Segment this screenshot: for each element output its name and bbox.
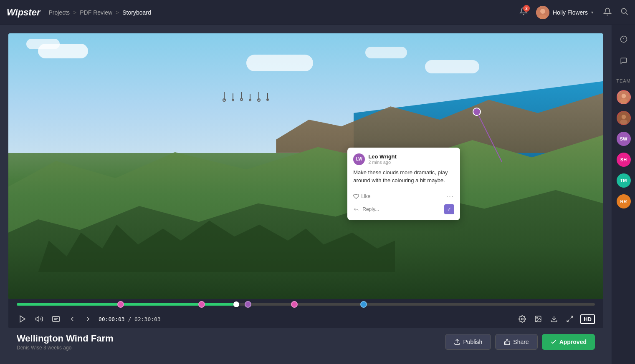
team-avatar-sh[interactable]: SH (617, 153, 631, 167)
time-separator: / (125, 316, 134, 322)
time-display: 00:00:03 / 02:30:03 (99, 316, 161, 322)
like-label: Like (361, 193, 370, 199)
image-button[interactable] (533, 314, 544, 324)
video-frame: LW Leo Wright 2 mins ago Make these clou… (8, 33, 603, 299)
svg-point-23 (620, 99, 627, 104)
comment-header: LW Leo Wright 2 mins ago (353, 153, 454, 165)
progress-thumb[interactable] (233, 301, 239, 307)
reply-row: ✓ (353, 204, 454, 214)
progress-track[interactable] (17, 303, 595, 306)
timeline-area (8, 299, 603, 310)
prev-button[interactable] (67, 314, 78, 324)
comment-author: Leo Wright (368, 153, 397, 160)
settings-button[interactable] (517, 314, 528, 324)
comment-avatar: LW (353, 153, 365, 165)
breadcrumb-pdf-review[interactable]: PDF Review (80, 9, 112, 16)
svg-line-15 (571, 316, 573, 318)
subtitles-button[interactable] (50, 313, 62, 325)
timeline-dot-3[interactable] (245, 301, 251, 308)
timeline-dot-2[interactable] (198, 301, 205, 308)
header-right: 2 Holly Flowers ▾ (519, 6, 628, 19)
download-button[interactable] (549, 314, 559, 324)
breadcrumb: Projects > PDF Review > Storyboard (48, 9, 151, 16)
team-avatar-sw[interactable]: SW (617, 132, 631, 146)
hd-badge: HD (580, 314, 595, 324)
logo: Wipster (7, 7, 40, 18)
bottom-actions: Publish Share Approved (445, 334, 595, 350)
chat-icon (620, 57, 627, 65)
pin-dot[interactable] (473, 108, 481, 116)
search-button[interactable] (620, 7, 628, 18)
reply-icon (353, 206, 359, 212)
team-avatar-tm[interactable]: TM (617, 173, 631, 188)
sidebar-right: TEAM SW SH TM RR (612, 25, 635, 364)
svg-rect-8 (53, 316, 60, 321)
notification-button[interactable]: 2 (519, 7, 528, 18)
playback-controls: 00:00:03 / 02:30:03 (8, 310, 603, 328)
time-total: 02:30:03 (134, 316, 161, 322)
timeline-dot-4[interactable] (291, 301, 298, 308)
svg-point-13 (536, 317, 537, 318)
upload-icon (454, 339, 460, 345)
team-avatar-rr[interactable]: RR (617, 194, 631, 208)
svg-point-25 (621, 115, 626, 119)
header: Wipster Projects > PDF Review > Storyboa… (0, 0, 635, 25)
comments-button[interactable] (616, 53, 631, 68)
video-player[interactable]: LW Leo Wright 2 mins ago Make these clou… (8, 33, 603, 299)
publish-label: Publish (463, 339, 482, 345)
breadcrumb-projects[interactable]: Projects (48, 9, 70, 16)
avatar (536, 6, 549, 19)
bottom-bar: Wellington Wind Farm Denis Wise 3 weeks … (8, 328, 603, 356)
timeline-dot-1[interactable] (117, 301, 124, 308)
comment-pin[interactable] (473, 108, 481, 116)
breadcrumb-sep2: > (116, 9, 119, 16)
svg-point-22 (621, 94, 626, 98)
svg-marker-7 (36, 316, 39, 321)
video-title: Wellington Wind Farm (17, 333, 114, 344)
volume-button[interactable] (33, 313, 45, 325)
check-icon (550, 339, 557, 345)
comment-popup: LW Leo Wright 2 mins ago Make these clou… (347, 148, 460, 220)
approved-label: Approved (559, 339, 587, 345)
like-button[interactable]: Like (353, 193, 370, 199)
svg-point-3 (621, 8, 626, 13)
user-name: Holly Flowers (553, 9, 588, 16)
comment-body: Make these clouds more dramatic, play ar… (353, 168, 454, 185)
svg-line-4 (626, 13, 628, 15)
content: LW Leo Wright 2 mins ago Make these clou… (0, 25, 612, 364)
comment-author-info: Leo Wright 2 mins ago (368, 153, 397, 165)
info-icon (620, 35, 627, 43)
breadcrumb-storyboard: Storyboard (122, 9, 151, 16)
comment-actions: Like ··· (353, 189, 454, 200)
fullscreen-button[interactable] (564, 314, 575, 324)
time-current: 00:00:03 (99, 316, 125, 322)
publish-button[interactable]: Publish (445, 334, 491, 350)
more-options-button[interactable]: ··· (446, 193, 454, 200)
team-avatar-2[interactable] (617, 111, 631, 125)
notification-badge: 2 (523, 5, 530, 12)
share-label: Share (513, 339, 529, 345)
alert-bell-button[interactable] (603, 8, 612, 17)
user-menu-button[interactable]: Holly Flowers ▾ (536, 6, 593, 19)
breadcrumb-sep1: > (73, 9, 76, 16)
chevron-down-icon: ▾ (591, 10, 593, 15)
play-button[interactable] (17, 313, 28, 325)
next-button[interactable] (83, 314, 94, 324)
timeline-dot-5[interactable] (360, 301, 367, 308)
comment-time: 2 mins ago (368, 160, 397, 165)
svg-point-26 (620, 120, 627, 125)
team-avatar-holly[interactable] (617, 90, 631, 104)
info-button[interactable] (616, 32, 631, 47)
approved-button[interactable]: Approved (542, 334, 595, 350)
svg-line-16 (567, 320, 569, 322)
share-button[interactable]: Share (495, 334, 537, 350)
team-label: TEAM (616, 78, 631, 83)
svg-marker-6 (20, 316, 25, 322)
reply-submit-button[interactable]: ✓ (444, 204, 454, 214)
main: LW Leo Wright 2 mins ago Make these clou… (0, 25, 635, 364)
video-info: Wellington Wind Farm Denis Wise 3 weeks … (17, 333, 114, 351)
svg-point-11 (521, 318, 524, 320)
reply-input[interactable] (362, 206, 441, 212)
video-meta: Denis Wise 3 weeks ago (17, 345, 114, 351)
svg-point-1 (540, 9, 545, 14)
